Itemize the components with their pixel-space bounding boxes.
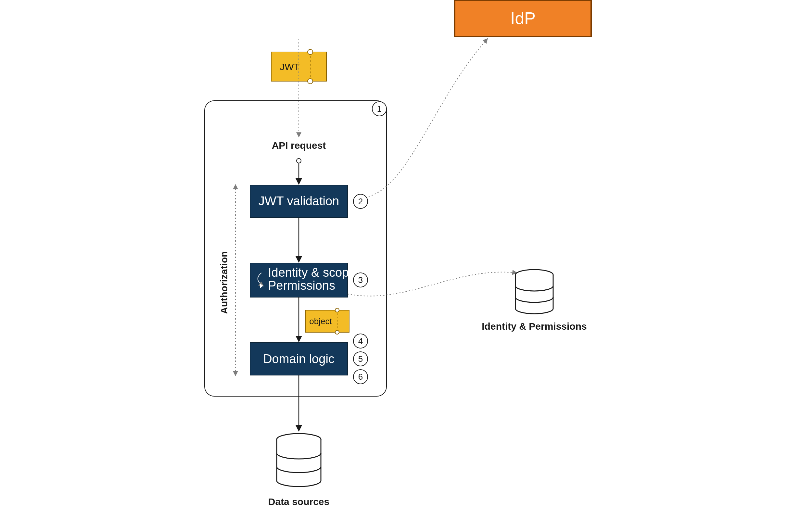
jwt-label: JWT — [280, 61, 300, 72]
jwt-validation-label: JWT validation — [259, 194, 339, 208]
api-request-port — [296, 158, 301, 163]
arrow-identity-to-db — [348, 272, 517, 296]
domain-logic-label: Domain logic — [263, 352, 335, 366]
svg-point-11 — [335, 330, 339, 334]
step-5: 5 — [353, 352, 368, 366]
step-4: 4 — [353, 334, 368, 348]
svg-text:2: 2 — [358, 197, 363, 206]
idp-box: IdP — [455, 0, 591, 37]
domain-logic-box: Domain logic — [250, 343, 348, 375]
svg-point-4 — [308, 78, 313, 84]
svg-text:4: 4 — [358, 336, 363, 346]
step-2: 2 — [353, 194, 368, 209]
object-token: object — [305, 308, 349, 334]
svg-text:6: 6 — [358, 372, 363, 382]
svg-text:5: 5 — [358, 354, 363, 364]
step-1: 1 — [372, 102, 387, 116]
api-request-label: API request — [272, 140, 326, 151]
step-3: 3 — [353, 273, 368, 287]
identity-line2: Permissions — [268, 279, 335, 292]
svg-text:3: 3 — [358, 275, 363, 285]
data-sources-db-icon — [277, 434, 321, 487]
object-label: object — [309, 316, 332, 326]
jwt-validation-box: JWT validation — [250, 185, 348, 218]
svg-text:1: 1 — [377, 104, 382, 114]
idp-label: IdP — [510, 9, 536, 28]
identity-permissions-box: Identity & scope Permissions — [250, 263, 356, 297]
step-6: 6 — [353, 370, 368, 384]
identity-db-label: Identity & Permissions — [482, 321, 586, 332]
svg-point-3 — [308, 49, 313, 55]
identity-line1: Identity & scope — [268, 266, 356, 279]
authorization-label: Authorization — [219, 251, 229, 314]
identity-db-icon — [516, 270, 553, 314]
svg-point-10 — [335, 308, 339, 312]
diagram-canvas: IdP JWT API request JWT validation Ident… — [0, 0, 812, 532]
data-sources-label: Data sources — [268, 496, 329, 507]
